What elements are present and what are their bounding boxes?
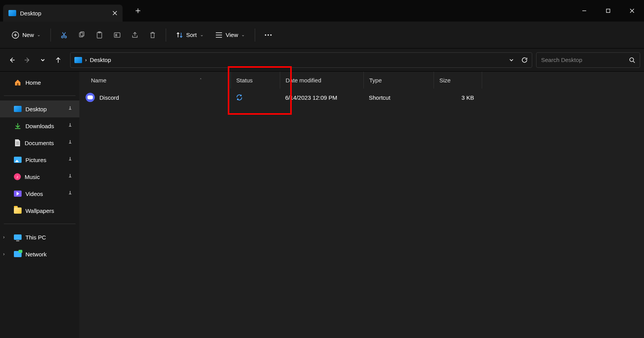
refresh-button[interactable] [521,57,528,64]
cut-button[interactable] [56,27,72,43]
minimize-button[interactable] [572,0,596,22]
new-button[interactable]: New ⌄ [7,28,45,42]
svg-rect-5 [81,32,84,36]
search-box[interactable]: Search Desktop [536,52,640,68]
paste-button[interactable] [92,27,107,43]
sidebar-item-wallpapers[interactable]: Wallpapers [0,202,79,219]
maximize-button[interactable] [596,0,620,22]
column-header-size[interactable]: Size [434,72,482,89]
window-controls [572,0,644,22]
sidebar-item-documents[interactable]: Documents [0,134,79,151]
pin-icon [68,157,72,162]
body: Home Desktop Downloads Documents [0,72,644,338]
column-label: Name [91,77,106,84]
up-button[interactable] [52,54,65,67]
column-header-tail[interactable] [482,72,644,89]
pin-icon [68,191,72,196]
desktop-icon [14,106,22,112]
sidebar-item-label: Pictures [25,157,46,163]
svg-point-2 [62,36,64,38]
forward-button[interactable] [21,54,34,67]
file-row[interactable]: Discord 6/14/2023 12:09 PM Shortcut 3 KB [79,89,644,106]
column-header-name[interactable]: Name ˄ [79,72,230,89]
sidebar-separator [4,95,76,96]
view-button[interactable]: View ⌄ [210,28,249,42]
file-date: 6/14/2023 12:09 PM [285,94,337,101]
column-header-type[interactable]: Type [363,72,434,89]
svg-point-9 [265,34,266,36]
svg-point-12 [630,58,634,62]
more-button[interactable] [261,27,276,43]
sidebar-item-this-pc[interactable]: › This PC [0,229,79,246]
address-history-button[interactable] [509,57,514,63]
columns-header: Name ˄ Status Date modified Type Size [79,72,644,89]
view-button-label: View [226,32,238,38]
navigation-row: › Desktop Search Desktop [0,49,644,72]
column-header-date-modified[interactable]: Date modified [280,72,363,89]
sidebar-item-label: Downloads [25,123,54,129]
nav-buttons [4,54,66,67]
chevron-down-icon: ⌄ [200,32,203,37]
recent-locations-button[interactable] [36,54,49,67]
pin-icon [68,106,72,112]
svg-rect-6 [97,32,102,38]
document-icon [14,139,21,147]
sidebar-item-label: Videos [25,191,43,197]
new-button-label: New [22,32,34,38]
sort-button-label: Sort [186,32,197,38]
rename-button[interactable] [109,27,125,43]
sidebar-item-network[interactable]: › Network [0,246,79,263]
pictures-icon [14,157,22,163]
sidebar-item-pictures[interactable]: Pictures [0,151,79,168]
svg-rect-13 [17,83,18,85]
pin-icon [68,140,72,146]
sort-button[interactable]: Sort ⌄ [172,28,208,42]
address-bar[interactable]: › Desktop [70,52,532,68]
breadcrumb-location[interactable]: Desktop [90,57,111,63]
sidebar-item-home[interactable]: Home [0,74,79,91]
sidebar-item-label: Desktop [25,106,47,112]
sidebar-item-videos[interactable]: Videos [0,185,79,202]
new-tab-button[interactable] [130,3,146,18]
svg-rect-0 [607,9,610,13]
file-name: Discord [99,94,119,101]
videos-icon [14,191,22,197]
sync-status-icon [236,94,243,101]
column-label: Type [369,77,382,84]
column-label: Size [439,77,451,84]
music-icon: ♪ [14,173,21,180]
file-size: 3 KB [461,94,474,101]
toolbar-separator [255,28,255,42]
copy-button[interactable] [74,27,89,43]
desktop-icon [8,10,16,16]
sidebar-item-music[interactable]: ♪ Music [0,168,79,185]
back-button[interactable] [5,54,18,67]
search-icon [629,57,635,63]
tab-close-button[interactable] [113,11,117,15]
discord-icon [86,93,95,102]
close-window-button[interactable] [620,0,644,22]
titlebar: Desktop [0,0,644,22]
sort-indicator-icon: ˄ [200,78,202,83]
tab-desktop[interactable]: Desktop [3,5,123,22]
column-header-status[interactable]: Status [230,72,280,89]
sidebar-item-label: Music [25,174,40,180]
svg-rect-8 [114,33,120,37]
svg-point-11 [270,34,272,36]
chevron-right-icon[interactable]: › [3,234,5,240]
sidebar-separator [4,224,76,224]
svg-point-3 [65,36,67,38]
desktop-icon [74,57,82,63]
column-label: Date modified [286,77,321,84]
share-button[interactable] [127,27,143,43]
home-icon [14,79,22,86]
sidebar: Home Desktop Downloads Documents [0,72,79,338]
toolbar-separator [166,28,166,42]
sidebar-item-downloads[interactable]: Downloads [0,117,79,134]
toolbar: New ⌄ Sort ⌄ View ⌄ [0,22,644,49]
chevron-right-icon[interactable]: › [3,251,5,257]
sidebar-item-label: Documents [25,140,54,146]
sidebar-item-desktop[interactable]: Desktop [0,100,79,117]
sidebar-item-label: Home [25,79,41,86]
delete-button[interactable] [145,27,160,43]
